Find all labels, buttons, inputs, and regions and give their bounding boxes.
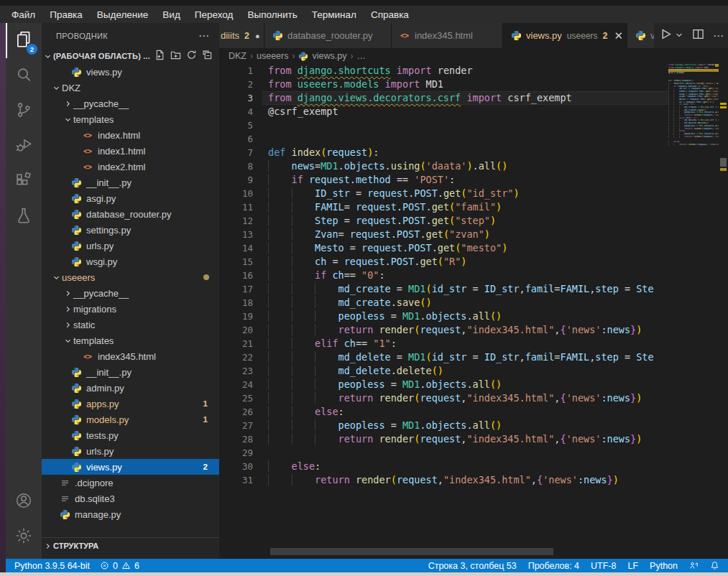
code-line-28[interactable]: return render(request,"index345.html",{'… (262, 432, 668, 446)
code-line-21[interactable]: elif ch== "1": (262, 337, 668, 350)
status-feedback[interactable] (689, 561, 699, 570)
code-line-22[interactable]: md_delete = MD1(id_str = ID_str,famil=FA… (262, 350, 668, 364)
activity-source-control[interactable] (6, 93, 42, 129)
tree-item-useeers[interactable]: useeers (42, 269, 219, 285)
code-line-10[interactable]: ID_str = request.POST.get("id_str") (262, 187, 668, 200)
tab-database_roouter.py[interactable]: database_roouter.py (264, 23, 392, 48)
tree-item-__init__.py[interactable]: __init__.py (42, 175, 219, 190)
status-eol[interactable]: LF (627, 561, 638, 571)
tree-item-index1.html[interactable]: <>index1.html (42, 143, 219, 159)
action-new-file[interactable] (155, 50, 165, 63)
tree-item-urls.py[interactable]: urls.py (42, 238, 219, 254)
tree-item-settings.py[interactable]: settings.py (42, 222, 219, 238)
tab-index345.html[interactable]: <>index345.html (392, 23, 503, 48)
menu-item-Справка[interactable]: Справка (364, 6, 416, 23)
close-icon[interactable]: ✕ (614, 30, 624, 41)
code-line-8[interactable]: news=MD1.objects.using('daata').all() (262, 159, 668, 173)
tree-item-db.sqlite3[interactable]: db.sqlite3 (42, 491, 219, 506)
tab-views.py[interactable]: views.pyuseeers2✕ (503, 23, 627, 48)
action-run-python-file[interactable] (660, 28, 672, 43)
breadcrumb-useeers[interactable]: useeers (257, 51, 288, 61)
tree-item-templates[interactable]: templates (42, 111, 219, 127)
code-line-2[interactable]: from useeers.models import MD1 (262, 78, 668, 91)
code-line-16[interactable]: if ch== "0": (262, 269, 668, 282)
action-new-folder[interactable] (170, 50, 181, 63)
tree-item-templates[interactable]: templates (42, 333, 219, 348)
code-line-31[interactable]: return render(request,"index345.html",{'… (262, 473, 668, 487)
code-line-3[interactable]: from django.views.decorators.csrf import… (262, 91, 668, 105)
code-line-7[interactable]: def index(request): (262, 146, 668, 159)
activity-run-and-debug[interactable] (6, 129, 42, 164)
code-line-9[interactable]: if request.method == 'POST': (262, 173, 668, 187)
outline-section-header[interactable]: СТРУКТУРА (42, 537, 219, 554)
activity-extensions[interactable] (6, 164, 42, 199)
tree-item-views.py[interactable]: views.py (42, 64, 219, 80)
code-line-20[interactable]: return render(request,"index345.html",{'… (262, 323, 668, 337)
tree-item-__init__.py[interactable]: __init__.py (42, 364, 219, 380)
menu-item-Переход[interactable]: Переход (188, 6, 241, 23)
minimap[interactable]: from django.shortcuts import renderfrom … (668, 64, 719, 559)
status-language-mode[interactable]: Python (650, 561, 678, 571)
tree-item-index345.html[interactable]: <>index345.html (42, 348, 219, 364)
code-line-6[interactable] (262, 132, 668, 146)
code-line-11[interactable]: FAMIL= request.POST.get("famil") (262, 200, 668, 214)
tree-item-urls.py[interactable]: urls.py (42, 443, 219, 459)
status-notifications[interactable] (710, 561, 719, 570)
activity-search[interactable] (6, 58, 42, 93)
tree-item-apps.py[interactable]: apps.py1 (42, 396, 219, 412)
code-line-17[interactable]: md_create = MD1(id_str = ID_str,famil=FA… (262, 282, 668, 296)
tree-item-models.py[interactable]: models.py1 (42, 412, 219, 427)
status-encoding[interactable]: UTF-8 (591, 561, 616, 571)
menu-item-Выполнить[interactable]: Выполнить (240, 6, 304, 23)
action-more-actions[interactable]: ⋯ (713, 29, 724, 42)
breadcrumb-views.py[interactable]: views.py (298, 51, 346, 61)
menu-item-Терминал[interactable]: Терминал (305, 6, 364, 23)
code-line-4[interactable]: @csrf_exempt (262, 105, 668, 119)
tab-diiits[interactable]: diiits2● (219, 23, 264, 48)
menu-item-Выделение[interactable]: Выделение (90, 6, 156, 23)
code-line-14[interactable]: Mesto = request.POST.get("mesto") (262, 241, 668, 255)
status-problems[interactable]: 06 (100, 561, 139, 571)
tree-item-admin.py[interactable]: admin.py (42, 380, 219, 396)
tree-item-DKZ[interactable]: DKZ (42, 80, 219, 96)
tree-item-wsgi.py[interactable]: wsgi.py (42, 254, 219, 269)
action-split-editor[interactable] (692, 28, 704, 43)
tree-item-migrations[interactable]: migrations (42, 301, 219, 317)
action-collapse-folders[interactable] (202, 50, 213, 63)
code-line-23[interactable]: md_delete.delete() (262, 364, 668, 378)
tree-item-index2.html[interactable]: <>index2.html (42, 159, 219, 175)
code-line-24[interactable]: peopless = MD1.objects.all() (262, 378, 668, 391)
code-line-26[interactable]: else: (262, 405, 668, 419)
activity-settings[interactable] (6, 519, 42, 554)
tree-item-index.html[interactable]: <>index.html (42, 127, 219, 143)
code-line-30[interactable]: else: (262, 460, 668, 473)
tree-item-__pycache__[interactable]: __pycache__ (42, 96, 219, 111)
status-indentation[interactable]: Пробелов: 4 (528, 561, 579, 571)
horizontal-scrollbar-thumb[interactable] (270, 548, 553, 555)
tree-item-asgi.py[interactable]: asgi.py (42, 190, 219, 206)
code-line-25[interactable]: return render(request,"index345.html",{'… (262, 391, 668, 405)
overview-ruler[interactable] (719, 64, 728, 559)
code-line-1[interactable]: from django.shortcuts import render (262, 64, 668, 78)
tree-item-views.py[interactable]: views.py2 (42, 459, 219, 475)
code-line-12[interactable]: Step = request.POST.get("step") (262, 214, 668, 228)
code-line-15[interactable]: ch = request.POST.get("R") (262, 255, 668, 269)
status-cursor-position[interactable]: Строка 3, столбец 53 (428, 561, 517, 571)
workspace-section-header[interactable]: (РАБОЧАЯ ОБЛАСТЬ) ... (42, 48, 219, 64)
menu-item-Правка[interactable]: Правка (42, 6, 90, 23)
code-line-29[interactable] (262, 446, 668, 460)
code-line-19[interactable]: peopless = MD1.objects.all() (262, 310, 668, 323)
status-python-interpreter[interactable]: Python 3.9.5 64-bit (14, 561, 90, 571)
menu-item-Вид[interactable]: Вид (155, 6, 187, 23)
menu-item-Файл[interactable]: Файл (4, 6, 42, 23)
breadcrumb-DKZ[interactable]: DKZ (229, 51, 246, 61)
tree-item-tests.py[interactable]: tests.py (42, 427, 219, 443)
tree-item-__pycache__[interactable]: __pycache__ (42, 285, 219, 301)
code-line-5[interactable] (262, 119, 668, 132)
breadcrumb-…[interactable]: … (356, 51, 366, 61)
code-line-27[interactable]: peopless = MD1.objects.all() (262, 419, 668, 432)
tree-item-manage.py[interactable]: manage.py (42, 506, 219, 522)
explorer-more-actions-icon[interactable]: ⋯ (198, 30, 209, 41)
activity-testing[interactable] (6, 199, 42, 234)
action-run-options[interactable] (681, 29, 683, 42)
